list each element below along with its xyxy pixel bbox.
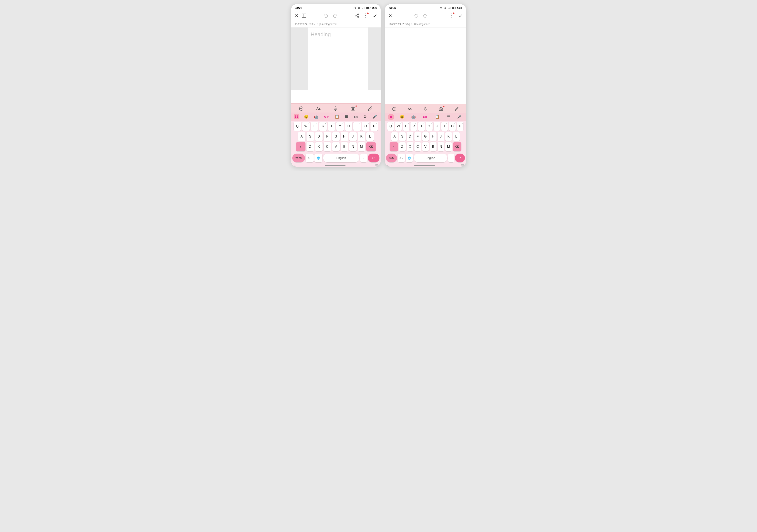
key-b-left[interactable]: B <box>341 142 348 151</box>
key-l-right[interactable]: L <box>453 132 460 141</box>
key-u-left[interactable]: U7 <box>345 122 352 131</box>
kbd-emoji-btn-right[interactable]: 😊 <box>399 114 405 120</box>
editor-content-right[interactable] <box>385 27 466 82</box>
key-f-right[interactable]: F <box>414 132 421 141</box>
key-m-right[interactable]: M <box>445 142 452 151</box>
key-num-left[interactable]: ?123 <box>292 154 305 162</box>
kbd-voice-btn-left[interactable]: A <box>331 105 340 112</box>
kbd-mic-btn-right[interactable]: 🎤 <box>456 114 463 120</box>
key-j-right[interactable]: J <box>438 132 444 141</box>
key-globe-right[interactable]: 🌐 <box>406 154 413 162</box>
key-globe-left[interactable]: 🌐 <box>315 154 322 162</box>
kbd-settings-btn-left[interactable]: ⚙ <box>362 114 368 120</box>
editor-content-left[interactable]: Heading <box>308 27 368 90</box>
key-n-right[interactable]: N <box>438 142 444 151</box>
key-y-left[interactable]: Y6 <box>336 122 344 131</box>
kbd-apps-btn-right[interactable] <box>388 114 394 120</box>
key-enter-right[interactable]: ↵ <box>455 154 465 162</box>
key-l-left[interactable]: L <box>366 132 374 141</box>
more-button-left[interactable]: ⋮ <box>363 12 369 19</box>
key-c-left[interactable]: C <box>323 142 331 151</box>
key-c-right[interactable]: C <box>414 142 421 151</box>
undo-button-left[interactable] <box>322 13 329 19</box>
check-button-left[interactable] <box>372 13 378 19</box>
key-t-right[interactable]: T5 <box>418 122 425 131</box>
kbd-pen-btn-left[interactable] <box>366 105 374 112</box>
key-shift-left[interactable]: ↑ <box>296 142 305 151</box>
chevron-down-right[interactable]: ∨ <box>387 164 389 167</box>
kbd-pen-btn-right[interactable] <box>453 106 460 112</box>
key-p-left[interactable]: P0 <box>371 122 378 131</box>
check-button-right[interactable] <box>457 13 463 18</box>
key-period-right[interactable]: . <box>448 154 454 162</box>
key-space-left[interactable]: English <box>323 154 359 162</box>
kbd-camera-btn-right[interactable] <box>437 106 445 112</box>
kbd-gif-btn-left[interactable]: GIF <box>323 114 330 119</box>
kbd-voice-btn-right[interactable] <box>422 106 429 112</box>
key-q-left[interactable]: Q1 <box>293 122 301 131</box>
kbd-font-btn-right[interactable]: Aa <box>406 106 413 111</box>
sidebar-button-left[interactable] <box>301 13 307 19</box>
key-v-right[interactable]: V <box>422 142 429 151</box>
key-enter-left[interactable]: ↵ <box>368 154 379 162</box>
key-y-right[interactable]: Y6 <box>426 122 433 131</box>
kbd-sticker-btn-right[interactable]: 🤖 <box>410 114 417 120</box>
kbd-sticker-btn-left[interactable]: 🤖 <box>313 114 319 120</box>
more-button-right[interactable]: ⋮ <box>449 12 455 19</box>
key-a-left[interactable]: A <box>298 132 305 141</box>
key-w-left[interactable]: W2 <box>302 122 310 131</box>
key-s-right[interactable]: S <box>399 132 406 141</box>
key-h-right[interactable]: H <box>430 132 437 141</box>
kbd-camera-btn-left[interactable] <box>349 105 357 112</box>
key-r-right[interactable]: R4 <box>410 122 417 131</box>
key-space-right[interactable]: English <box>413 154 447 162</box>
key-d-left[interactable]: D <box>315 132 322 141</box>
kbd-font-btn-left[interactable]: Aa <box>315 106 322 111</box>
key-m-left[interactable]: M <box>358 142 365 151</box>
key-k-left[interactable]: K <box>358 132 365 141</box>
kbd-numpad-btn-right[interactable] <box>445 114 451 120</box>
key-period-left[interactable]: . <box>360 154 367 162</box>
key-f-left[interactable]: F <box>323 132 331 141</box>
kbd-check-btn-right[interactable] <box>390 106 398 112</box>
kbd-apps-btn-left[interactable] <box>293 114 299 119</box>
kbd-gif-btn-right[interactable]: GIF <box>422 114 429 119</box>
close-button-left[interactable]: ✕ <box>294 12 299 19</box>
key-o-right[interactable]: O9 <box>449 122 456 131</box>
close-button-right[interactable]: ✕ <box>388 12 393 19</box>
key-d-right[interactable]: D <box>407 132 413 141</box>
kbd-clipboard-btn-left[interactable]: 📋 <box>334 114 340 120</box>
kbd-keyboard-btn-left[interactable] <box>353 114 359 119</box>
key-b-right[interactable]: B <box>430 142 437 151</box>
share-button-left[interactable] <box>354 13 360 19</box>
key-emoji-left[interactable]: ☺， <box>306 154 314 162</box>
key-k-right[interactable]: K <box>445 132 452 141</box>
redo-button-left[interactable] <box>332 13 338 19</box>
key-h-left[interactable]: H <box>341 132 348 141</box>
key-i-left[interactable]: I8 <box>353 122 361 131</box>
key-num-right[interactable]: ?123 <box>386 154 397 162</box>
key-i-right[interactable]: I8 <box>441 122 448 131</box>
undo-button-right[interactable] <box>413 13 419 18</box>
key-shift-right[interactable]: ↑ <box>390 142 398 151</box>
key-n-left[interactable]: N <box>349 142 357 151</box>
key-v-left[interactable]: V <box>332 142 340 151</box>
kbd-clipboard-btn-right[interactable]: 📋 <box>434 114 440 120</box>
key-z-right[interactable]: Z <box>399 142 406 151</box>
key-p-right[interactable]: P0 <box>457 122 464 131</box>
key-backspace-right[interactable]: ⌫ <box>453 142 461 151</box>
kbd-mic-btn-left[interactable]: 🎤 <box>371 114 378 120</box>
key-backspace-left[interactable]: ⌫ <box>366 142 376 151</box>
kbd-check-btn-left[interactable] <box>297 105 305 112</box>
key-e-left[interactable]: E3 <box>311 122 318 131</box>
key-e-right[interactable]: E3 <box>403 122 409 131</box>
key-u-right[interactable]: U7 <box>434 122 440 131</box>
key-x-right[interactable]: X <box>407 142 413 151</box>
key-a-right[interactable]: A <box>391 132 398 141</box>
chevron-down-left[interactable]: ∨ <box>293 164 295 167</box>
editor-area-right[interactable] <box>385 27 466 104</box>
key-o-left[interactable]: O9 <box>362 122 370 131</box>
key-x-left[interactable]: X <box>315 142 322 151</box>
key-s-left[interactable]: S <box>307 132 314 141</box>
editor-area-left[interactable]: Heading <box>291 27 381 103</box>
